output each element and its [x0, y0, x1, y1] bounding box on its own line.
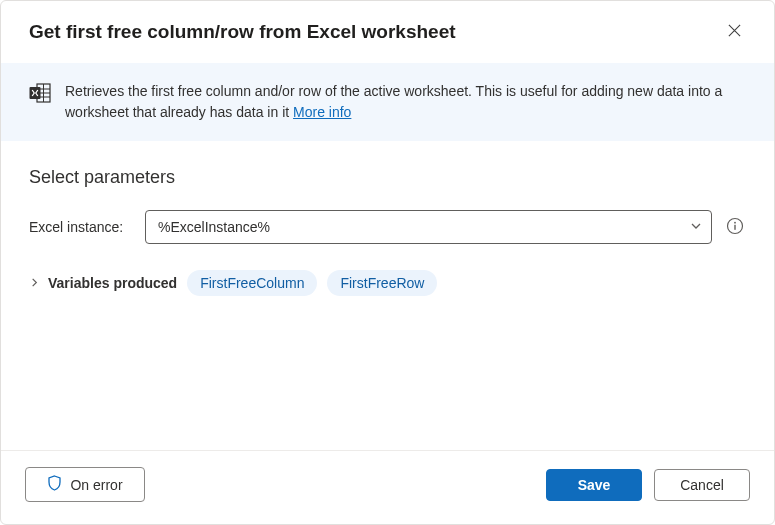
excel-instance-label: Excel instance: — [29, 219, 133, 235]
variables-produced-row: Variables produced FirstFreeColumn First… — [29, 270, 746, 296]
dialog-content: Select parameters Excel instance: %Excel… — [1, 141, 774, 450]
excel-instance-value: %ExcelInstance% — [158, 219, 270, 235]
variables-produced-label: Variables produced — [48, 275, 177, 291]
svg-rect-8 — [734, 224, 735, 229]
on-error-label: On error — [70, 477, 122, 493]
footer-actions: Save Cancel — [546, 469, 750, 501]
svg-point-7 — [734, 221, 736, 223]
more-info-link[interactable]: More info — [293, 104, 351, 120]
excel-instance-info-button[interactable] — [724, 215, 746, 240]
variable-pill-firstfreecolumn[interactable]: FirstFreeColumn — [187, 270, 317, 296]
dialog-title: Get first free column/row from Excel wor… — [29, 21, 456, 43]
dialog-description: Retrieves the first free column and/or r… — [65, 83, 722, 120]
shield-icon — [47, 475, 62, 494]
close-icon — [727, 23, 742, 41]
excel-instance-select[interactable]: %ExcelInstance% — [145, 210, 712, 244]
info-banner-text: Retrieves the first free column and/or r… — [65, 81, 746, 123]
variable-pill-firstfreerow[interactable]: FirstFreeRow — [327, 270, 437, 296]
close-button[interactable] — [723, 19, 746, 45]
excel-instance-row: Excel instance: %ExcelInstance% — [29, 210, 746, 244]
section-title: Select parameters — [29, 167, 746, 188]
excel-instance-select-wrapper: %ExcelInstance% — [145, 210, 712, 244]
cancel-button[interactable]: Cancel — [654, 469, 750, 501]
variables-expand-toggle[interactable]: Variables produced — [29, 275, 177, 291]
info-icon — [726, 217, 744, 238]
svg-rect-5 — [30, 87, 41, 99]
dialog-footer: On error Save Cancel — [1, 450, 774, 524]
on-error-button[interactable]: On error — [25, 467, 145, 502]
save-button[interactable]: Save — [546, 469, 642, 501]
chevron-right-icon — [29, 276, 40, 291]
excel-icon — [29, 83, 51, 106]
info-banner: Retrieves the first free column and/or r… — [1, 63, 774, 141]
dialog-header: Get first free column/row from Excel wor… — [1, 1, 774, 63]
